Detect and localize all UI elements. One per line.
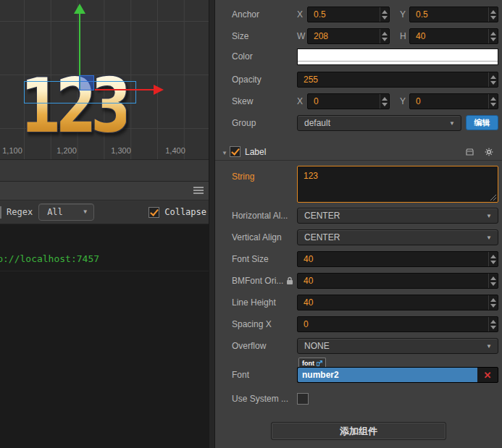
spinner-icon[interactable] [488,274,498,288]
collapse-checkbox[interactable] [148,207,159,218]
size-w-label: W [297,28,305,44]
chevron-down-icon: ▼ [486,234,492,241]
font-asset-type-tag[interactable]: font [298,358,326,368]
docs-icon[interactable] [465,148,474,156]
font-size-row: Font Size 40 [215,251,502,267]
gizmo-x-axis[interactable] [95,89,154,90]
log-level-dropdown[interactable]: All ▼ [38,203,94,221]
skew-y-input[interactable]: 0 [409,93,498,109]
resize-handle-icon[interactable] [490,195,496,200]
clear-asset-button[interactable]: ✕ [477,368,498,382]
inspector-panel: Anchor X 0.5 Y 0.5 Size W 208 H 40 [215,0,502,448]
label-component-title: Label [245,144,266,160]
left-column: 123 1,100 1,200 1,300 1,400 Regex All ▼ [0,0,209,448]
anchor-row: Anchor X 0.5 Y 0.5 [215,7,502,22]
skew-y-label: Y [400,93,406,109]
group-row: Group default ▼ 编辑 [215,115,502,131]
anchor-x-label: X [297,7,303,22]
opacity-input[interactable]: 255 [297,72,498,88]
size-h-input[interactable]: 40 [409,28,498,44]
spinner-icon[interactable] [488,317,498,331]
scene-bottom-bar [0,160,209,182]
gizmo-anchor-handle[interactable] [79,75,94,90]
use-system-font-label: Use System ... [232,391,288,407]
skew-row: Skew X 0 Y 0 [215,93,502,109]
chevron-down-icon: ▼ [486,213,492,219]
size-w-input[interactable]: 208 [307,28,390,44]
label-component-header[interactable]: ▼ Label [215,144,502,161]
clipped-checkbox-fragment [0,206,1,219]
log-level-value: All [47,207,63,217]
bmfont-original-input[interactable]: 40 [297,273,498,289]
scene-view[interactable]: 123 1,100 1,200 1,300 1,400 [0,0,209,160]
vertical-align-label: Vertical Align [232,229,282,245]
font-asset-value: number2 [298,368,477,382]
spacing-x-row: Spacing X 0 [215,316,502,332]
font-label: Font [232,367,249,383]
label-enabled-checkbox[interactable] [230,146,240,157]
chevron-down-icon: ▼ [486,343,492,350]
collapse-triangle-icon[interactable]: ▼ [222,150,227,156]
overflow-row: Overflow NONE ▼ [215,338,502,354]
group-label: Group [232,115,256,131]
vertical-align-dropdown[interactable]: CENTER ▼ [297,229,498,245]
vertical-align-row: Vertical Align CENTER ▼ [215,229,502,245]
external-link-icon[interactable] [317,360,322,366]
font-size-input[interactable]: 40 [297,251,498,267]
spinner-icon[interactable] [488,7,498,22]
skew-label: Skew [232,93,253,109]
line-height-input[interactable]: 40 [297,295,498,310]
string-textarea[interactable]: 123 [297,166,498,203]
scene-label-text[interactable]: 123 [20,68,126,143]
spinner-icon[interactable] [488,72,498,87]
gizmo-x-arrowhead-icon[interactable] [154,85,164,95]
font-row: Font number2 ✕ [215,367,502,383]
font-asset-field[interactable]: number2 ✕ [297,367,498,383]
overflow-label: Overflow [232,338,266,354]
panel-menu-icon[interactable] [193,187,204,195]
bmfont-original-label: BMFont Ori... [232,273,283,289]
string-label: String [232,169,254,185]
add-component-button[interactable]: 添加组件 [271,422,446,440]
ruler-tick: 1,300 [111,146,131,155]
group-dropdown[interactable]: default ▼ [297,115,461,131]
group-edit-button[interactable]: 编辑 [466,115,498,130]
spacing-x-input[interactable]: 0 [297,316,498,332]
anchor-x-input[interactable]: 0.5 [307,7,390,22]
color-swatch[interactable] [297,48,498,65]
string-row: String 123 [215,166,502,203]
gear-icon[interactable] [485,148,493,156]
collapse-label: Collapse [164,207,206,217]
log-entry[interactable]: p://localhost:7457 [0,246,209,271]
spinner-icon[interactable] [488,295,498,310]
console-output[interactable]: p://localhost:7457 [0,224,209,448]
anchor-y-label: Y [400,7,406,22]
ruler-tick: 1,400 [165,146,185,155]
panel-divider[interactable] [209,0,215,448]
skew-x-input[interactable]: 0 [307,93,390,109]
size-h-label: H [400,28,406,44]
spinner-icon[interactable] [488,94,498,109]
spinner-icon[interactable] [488,29,498,43]
regex-label: Regex [7,207,33,217]
gizmo-y-arrowhead-icon[interactable] [74,4,85,14]
use-system-font-row: Use System ... [215,391,502,407]
spinner-icon[interactable] [380,94,389,109]
console-toolbar: Regex All ▼ Collapse [0,200,209,224]
color-label: Color [232,48,253,64]
skew-x-label: X [297,93,303,109]
spacing-x-label: Spacing X [232,316,272,332]
use-system-font-checkbox[interactable] [297,393,309,405]
anchor-y-input[interactable]: 0.5 [409,7,498,22]
horizontal-align-dropdown[interactable]: CENTER ▼ [297,208,498,224]
ruler-tick: 1,200 [57,146,77,155]
bmfont-original-row: BMFont Ori... 40 [215,273,502,289]
ruler-tick: 1,100 [2,146,22,155]
spinner-icon[interactable] [488,252,498,266]
lock-icon [286,276,293,285]
spinner-icon[interactable] [380,29,389,43]
spinner-icon[interactable] [380,7,389,22]
font-type-tag-row: font [215,358,502,368]
overflow-dropdown[interactable]: NONE ▼ [297,338,498,354]
editor-window: 123 1,100 1,200 1,300 1,400 Regex All ▼ [0,0,502,448]
